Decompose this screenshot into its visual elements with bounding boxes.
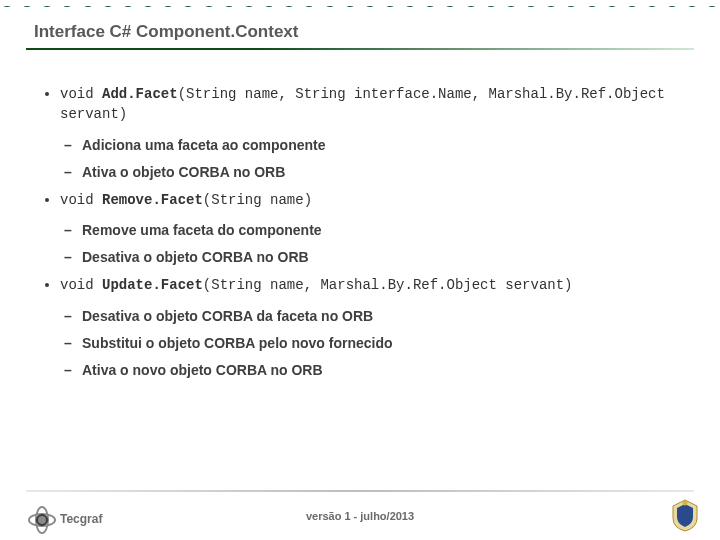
crest-icon — [670, 498, 700, 532]
svg-point-0 — [683, 501, 688, 506]
method-note: Ativa o objeto CORBA no ORB — [82, 163, 690, 182]
top-white-bar — [0, 0, 720, 6]
method-note: Adiciona uma faceta ao componente — [82, 136, 690, 155]
method-signature: void Update.Facet(String name, Marshal.B… — [60, 277, 573, 293]
tecgraf-logo-icon — [28, 506, 54, 532]
title-underline — [26, 48, 694, 50]
method-note: Remove uma faceta do componente — [82, 221, 690, 240]
method-note: Substitui o objeto CORBA pelo novo forne… — [82, 334, 690, 353]
method-note: Desativa o objeto CORBA no ORB — [82, 248, 690, 267]
method-note: Ativa o novo objeto CORBA no ORB — [82, 361, 690, 380]
footer-text: versão 1 - julho/2013 — [0, 510, 720, 522]
method-signature: void Add.Facet(String name, String inter… — [60, 86, 665, 122]
slide-title: Interface C# Component.Context — [34, 22, 298, 42]
tecgraf-logo: Tecgraf — [28, 506, 102, 532]
method-signature: void Remove.Facet(String name) — [60, 192, 312, 208]
method-item: void Update.Facet(String name, Marshal.B… — [60, 275, 690, 380]
method-item: void Remove.Facet(String name)Remove uma… — [60, 190, 690, 268]
slide-body: void Add.Facet(String name, String inter… — [46, 84, 690, 402]
footer-line — [26, 490, 694, 492]
method-item: void Add.Facet(String name, String inter… — [60, 84, 690, 182]
tecgraf-logo-text: Tecgraf — [60, 512, 102, 526]
method-note: Desativa o objeto CORBA da faceta no ORB — [82, 307, 690, 326]
